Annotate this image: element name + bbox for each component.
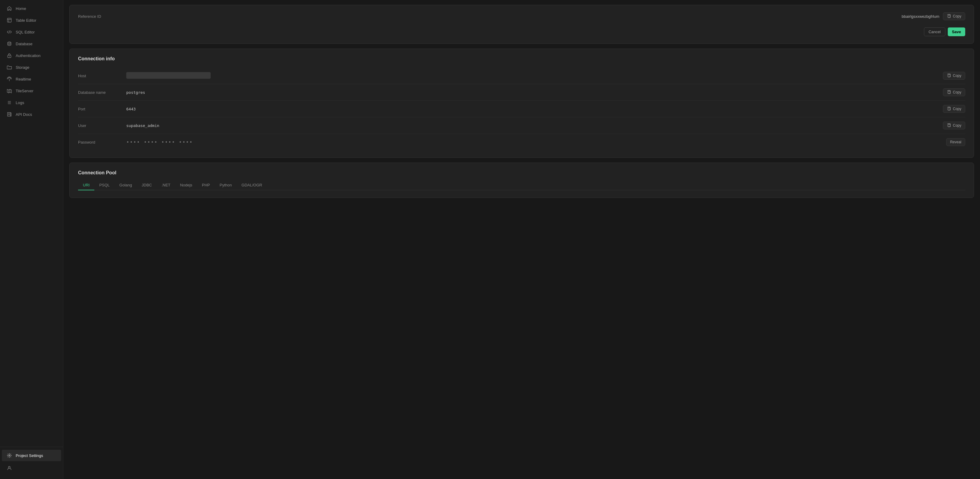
sidebar-item-sql-editor[interactable]: SQL Editor <box>2 26 61 38</box>
port-actions: Copy <box>943 105 965 113</box>
copy-icon <box>947 90 951 94</box>
copy-user-button[interactable]: Copy <box>943 121 965 129</box>
pool-tab-bar: URI PSQL Golang JDBC .NET Nodejs PHP Pyt… <box>78 180 965 190</box>
tab-golang[interactable]: Golang <box>115 180 137 190</box>
reference-panel: Reference ID bbairlgsxxwezbgfrlum Copy C… <box>69 5 974 44</box>
svg-point-16 <box>8 466 10 468</box>
sidebar-bottom: Project Settings <box>0 447 63 479</box>
field-row-database-name: Database name postgres Copy <box>78 84 965 101</box>
code-icon <box>6 29 12 35</box>
sidebar-item-label: Table Editor <box>16 18 37 22</box>
connection-info-title: Connection info <box>78 56 965 62</box>
svg-point-4 <box>8 42 11 43</box>
tab-gdal-ogr[interactable]: GDAL/OGR <box>237 180 267 190</box>
sidebar-item-logs[interactable]: Logs <box>2 97 61 108</box>
field-row-host: Host Copy <box>78 67 965 84</box>
folder-icon <box>6 65 12 70</box>
connection-info-panel: Connection info Host Copy Database name … <box>69 49 974 158</box>
tab-nodejs[interactable]: Nodejs <box>175 180 197 190</box>
tab-uri[interactable]: URI <box>78 180 94 190</box>
sidebar-item-api-docs[interactable]: API Docs <box>2 109 61 120</box>
cancel-button[interactable]: Cancel <box>924 27 945 36</box>
tab-jdbc[interactable]: JDBC <box>137 180 157 190</box>
sidebar-item-label: SQL Editor <box>16 30 35 34</box>
svg-rect-0 <box>8 18 11 22</box>
sidebar-item-label: Project Settings <box>16 453 43 458</box>
copy-icon <box>947 107 951 111</box>
home-icon <box>6 6 12 11</box>
sidebar: Home Table Editor SQL Editor <box>0 0 63 479</box>
copy-database-name-button[interactable]: Copy <box>943 88 965 96</box>
tab-psql[interactable]: PSQL <box>94 180 115 190</box>
tab-dotnet[interactable]: .NET <box>157 180 175 190</box>
copy-host-button[interactable]: Copy <box>943 72 965 80</box>
table-icon <box>6 18 12 23</box>
sidebar-item-label: TileServer <box>16 89 33 93</box>
connection-pool-title: Connection Pool <box>78 170 965 176</box>
database-name-actions: Copy <box>943 88 965 96</box>
book-icon <box>6 112 12 117</box>
tab-php[interactable]: PHP <box>197 180 215 190</box>
sidebar-nav: Home Table Editor SQL Editor <box>0 0 63 447</box>
main-content: Reference ID bbairlgsxxwezbgfrlum Copy C… <box>63 0 980 479</box>
sidebar-item-label: Database <box>16 42 33 46</box>
field-row-password: Password •••• •••• •••• •••• Reveal <box>78 134 965 150</box>
password-actions: Reveal <box>946 138 965 146</box>
sidebar-item-realtime[interactable]: Realtime <box>2 73 61 85</box>
field-value-database-name: postgres <box>126 90 943 95</box>
copy-icon <box>947 123 951 128</box>
sidebar-item-database[interactable]: Database <box>2 38 61 49</box>
field-label-port: Port <box>78 107 126 111</box>
copy-icon <box>947 14 951 18</box>
svg-point-6 <box>9 56 10 57</box>
sidebar-item-user[interactable] <box>2 462 61 474</box>
user-actions: Copy <box>943 121 965 129</box>
sidebar-item-storage[interactable]: Storage <box>2 62 61 73</box>
list-icon <box>6 100 12 105</box>
panel-actions: Cancel Save <box>78 27 965 36</box>
sidebar-item-table-editor[interactable]: Table Editor <box>2 14 61 26</box>
reference-id-row: Reference ID bbairlgsxxwezbgfrlum Copy <box>78 12 965 20</box>
sidebar-item-authentication[interactable]: Authentication <box>2 50 61 61</box>
map-icon <box>6 88 12 94</box>
sidebar-item-label: Realtime <box>16 77 31 81</box>
field-row-user: User supabase_admin Copy <box>78 117 965 134</box>
field-label-database-name: Database name <box>78 90 126 95</box>
field-label-password: Password <box>78 140 126 144</box>
reference-id-right: bbairlgsxxwezbgfrlum Copy <box>902 12 965 20</box>
sidebar-item-label: Storage <box>16 65 30 70</box>
save-button[interactable]: Save <box>948 27 965 36</box>
broadcast-icon <box>6 76 12 82</box>
lock-icon <box>6 53 12 58</box>
svg-rect-18 <box>948 75 950 77</box>
sidebar-item-home[interactable]: Home <box>2 3 61 14</box>
user-icon <box>6 465 12 471</box>
reveal-password-button[interactable]: Reveal <box>946 138 965 146</box>
copy-port-button[interactable]: Copy <box>943 105 965 113</box>
copy-icon <box>947 73 951 78</box>
database-icon <box>6 41 12 46</box>
svg-line-3 <box>9 30 10 34</box>
sidebar-item-tileserver[interactable]: TileServer <box>2 85 61 97</box>
sidebar-item-label: Authentication <box>16 53 40 58</box>
tab-python[interactable]: Python <box>215 180 237 190</box>
sidebar-item-project-settings[interactable]: Project Settings <box>2 450 61 461</box>
host-actions: Copy <box>943 72 965 80</box>
field-label-host: Host <box>78 73 126 78</box>
svg-rect-20 <box>948 108 950 110</box>
sidebar-item-label: Home <box>16 6 26 11</box>
sidebar-item-label: API Docs <box>16 112 32 117</box>
connection-pool-panel: Connection Pool URI PSQL Golang JDBC .NE… <box>69 163 974 198</box>
copy-reference-id-button[interactable]: Copy <box>943 12 965 20</box>
reference-id-label: Reference ID <box>78 14 101 19</box>
host-highlighted <box>126 72 211 79</box>
field-value-password: •••• •••• •••• •••• <box>126 139 946 145</box>
svg-point-15 <box>9 455 10 456</box>
reference-id-value: bbairlgsxxwezbgfrlum <box>902 14 939 19</box>
field-value-host <box>126 72 943 80</box>
gear-icon <box>6 453 12 458</box>
svg-rect-21 <box>948 125 950 127</box>
field-row-port: Port 6443 Copy <box>78 101 965 117</box>
field-value-port: 6443 <box>126 107 943 111</box>
field-value-user: supabase_admin <box>126 123 943 128</box>
